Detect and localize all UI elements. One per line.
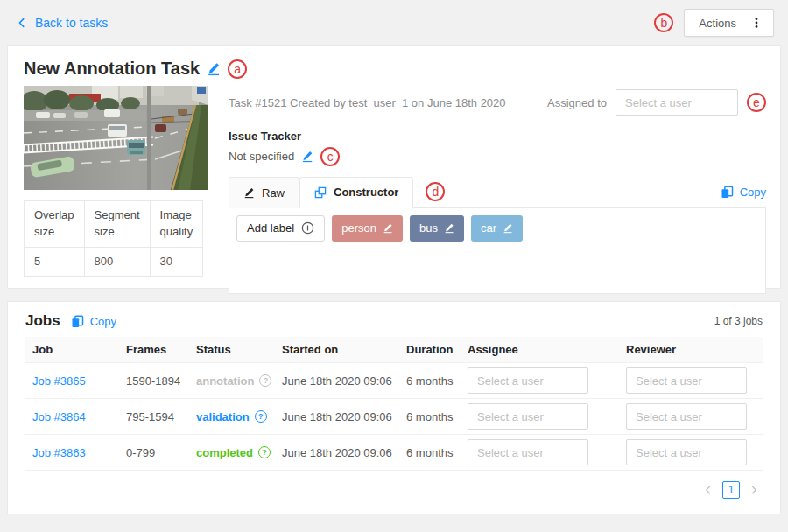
chevron-left-icon: [703, 485, 714, 495]
job-frames: 0-799: [119, 435, 189, 471]
actions-button[interactable]: Actions: [684, 9, 774, 37]
question-circle-icon[interactable]: ?: [258, 446, 271, 458]
job-started: June 18th 2020 09:06: [275, 435, 399, 471]
copy-icon: [721, 186, 734, 199]
col-header-status: Status: [189, 337, 275, 363]
job-assignee-select[interactable]: [468, 439, 588, 466]
label-chip-person-name: person: [341, 221, 376, 234]
job-assignee-select[interactable]: [468, 368, 588, 394]
job-started: June 18th 2020 09:06: [275, 399, 399, 435]
edit-label-icon[interactable]: [383, 222, 393, 234]
jobs-heading: Jobs: [25, 312, 60, 330]
label-chip-bus[interactable]: bus: [410, 215, 464, 242]
job-assignee-select[interactable]: [468, 403, 588, 430]
param-header-segment: Segment size: [84, 201, 150, 248]
job-row: Job #3865 1590-1894 annotation ? June 18…: [25, 363, 763, 399]
annotation-circle-a: a: [228, 60, 247, 79]
block-icon: [314, 186, 327, 199]
edit-title-icon[interactable]: [207, 61, 221, 76]
jobs-card: Jobs Copy 1 of 3 jobs Job Frames Status …: [7, 301, 781, 514]
tab-raw-label: Raw: [262, 186, 285, 200]
task-params-table: Overlap size Segment size Image quality …: [24, 200, 203, 277]
pagination-next-button[interactable]: [749, 485, 759, 495]
question-circle-icon[interactable]: ?: [255, 410, 267, 423]
task-meta-text: Task #1521 Created by test_user_1 on Jun…: [229, 96, 506, 109]
annotation-circle-c: c: [320, 147, 340, 166]
label-chip-car[interactable]: car: [471, 215, 523, 242]
job-link[interactable]: Job #3865: [32, 374, 86, 388]
back-to-tasks-link[interactable]: Back to tasks: [16, 16, 108, 30]
job-duration: 6 months: [399, 399, 461, 435]
label-chip-bus-name: bus: [419, 221, 438, 234]
job-status: validation: [196, 410, 250, 424]
task-card: New Annotation Task a: [7, 46, 781, 289]
tab-raw[interactable]: Raw: [229, 177, 299, 208]
col-header-frames: Frames: [119, 337, 189, 363]
edit-label-icon[interactable]: [444, 222, 454, 234]
assigned-to-label: Assigned to: [547, 96, 607, 109]
annotation-circle-b: b: [654, 13, 673, 32]
top-bar: Back to tasks b Actions: [0, 0, 788, 46]
assigned-to-select[interactable]: [616, 89, 738, 116]
col-header-started: Started on: [275, 337, 399, 363]
add-label-button[interactable]: Add label: [236, 215, 325, 242]
jobs-copy-label: Copy: [90, 315, 116, 328]
job-reviewer-select[interactable]: [626, 439, 747, 466]
labels-copy-button[interactable]: Copy: [721, 186, 766, 199]
pagination-prev-button[interactable]: [703, 485, 714, 495]
jobs-table-header-row: Job Frames Status Started on Duration As…: [25, 337, 763, 363]
col-header-job: Job: [25, 337, 119, 363]
add-label-label: Add label: [247, 221, 294, 234]
labels-copy-label: Copy: [740, 186, 766, 199]
job-status: annotation: [196, 374, 254, 388]
job-frames: 795-1594: [119, 399, 189, 435]
job-started: June 18th 2020 09:06: [275, 363, 399, 399]
plus-circle-icon: [301, 221, 314, 234]
jobs-table: Job Frames Status Started on Duration As…: [25, 337, 763, 471]
job-duration: 6 months: [399, 435, 461, 471]
job-duration: 6 months: [399, 363, 461, 399]
edit-issue-tracker-icon[interactable]: [301, 150, 313, 163]
annotation-circle-e: e: [747, 93, 766, 112]
col-header-reviewer: Reviewer: [619, 337, 763, 363]
chevron-right-icon: [749, 485, 759, 495]
copy-icon: [71, 315, 84, 328]
tab-constructor-label: Constructor: [334, 186, 398, 199]
param-value-overlap: 5: [25, 247, 85, 276]
job-frames: 1590-1894: [119, 363, 189, 399]
tab-constructor[interactable]: Constructor: [299, 177, 413, 208]
task-preview-image: [24, 86, 208, 190]
job-link[interactable]: Job #3864: [32, 410, 86, 424]
job-link[interactable]: Job #3863: [32, 446, 86, 459]
question-circle-icon[interactable]: ?: [259, 374, 271, 387]
chevron-left-icon: [16, 17, 28, 29]
labels-constructor-panel: Add label person bus car: [229, 208, 766, 294]
param-value-quality: 30: [150, 247, 203, 276]
dots-vertical-icon: [750, 16, 763, 30]
job-status: completed: [196, 446, 253, 459]
label-chip-person[interactable]: person: [332, 215, 403, 242]
issue-tracker-value: Not specified: [229, 150, 294, 163]
job-row: Job #3864 795-1594 validation ? June 18t…: [25, 399, 763, 435]
jobs-pagination: 1: [25, 481, 763, 499]
param-value-segment: 800: [84, 247, 150, 276]
jobs-count-text: 1 of 3 jobs: [714, 315, 763, 327]
pagination-page-1[interactable]: 1: [722, 481, 740, 499]
back-to-tasks-label: Back to tasks: [35, 16, 108, 30]
jobs-copy-button[interactable]: Copy: [71, 315, 116, 328]
col-header-duration: Duration: [399, 337, 461, 363]
task-title: New Annotation Task: [24, 59, 200, 79]
param-header-overlap: Overlap size: [25, 201, 85, 248]
job-reviewer-select[interactable]: [626, 403, 747, 430]
edit-label-icon[interactable]: [503, 222, 513, 234]
pencil-icon: [243, 186, 255, 199]
label-chip-car-name: car: [481, 221, 496, 234]
param-header-quality: Image quality: [150, 201, 203, 248]
actions-label: Actions: [699, 17, 736, 30]
labels-tab-bar: Raw Constructor d Copy: [229, 177, 766, 208]
col-header-assignee: Assignee: [461, 337, 619, 363]
annotation-circle-d: d: [426, 182, 445, 201]
job-reviewer-select[interactable]: [626, 368, 747, 394]
issue-tracker-heading: Issue Tracker: [229, 128, 766, 145]
job-row: Job #3863 0-799 completed ? June 18th 20…: [25, 435, 763, 471]
